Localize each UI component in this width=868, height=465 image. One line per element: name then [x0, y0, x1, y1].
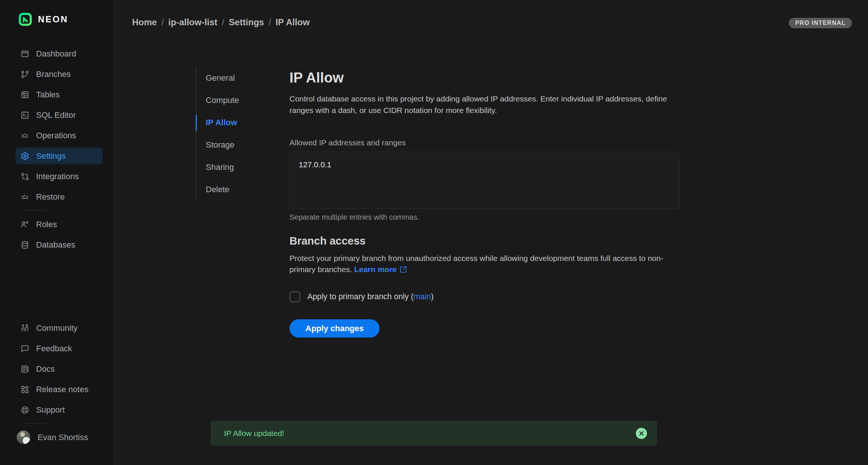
sidebar-item-dashboard[interactable]: Dashboard	[16, 45, 103, 62]
sidebar-item-settings[interactable]: Settings	[16, 148, 103, 164]
sidebar-item-label: Tables	[36, 90, 60, 100]
user-name: Evan Shortiss	[38, 433, 88, 442]
primary-branch-checkbox[interactable]	[289, 291, 300, 302]
sidebar-item-tables[interactable]: Tables	[16, 86, 103, 103]
primary-branch-checkbox-row: Apply to primary branch only (main)	[289, 291, 680, 302]
sidebar-item-label: Databases	[36, 240, 75, 250]
subnav-item-sharing[interactable]: Sharing	[196, 156, 250, 178]
user-menu[interactable]: Evan Shortiss	[16, 429, 103, 446]
restore-checklist-icon	[20, 193, 29, 201]
breadcrumb-separator: /	[269, 17, 271, 28]
sidebar-footer-nav: Community Feedback Docs	[0, 320, 114, 446]
sidebar-item-label: SQL Editor	[36, 110, 76, 120]
sidebar-item-feedback[interactable]: Feedback	[16, 340, 103, 357]
git-branch-icon	[20, 70, 29, 79]
subnav-item-compute[interactable]: Compute	[196, 89, 250, 112]
sidebar-divider	[20, 210, 47, 211]
sidebar-item-branches[interactable]: Branches	[16, 66, 103, 83]
page-intro: Control database access in this project …	[289, 93, 680, 116]
sidebar-item-label: Release notes	[36, 385, 89, 394]
apply-changes-button[interactable]: Apply changes	[289, 319, 379, 338]
sidebar-primary-nav: Dashboard Branches Tables	[0, 45, 114, 257]
toast-close-button[interactable]	[636, 428, 647, 439]
sidebar-item-integrations[interactable]: Integrations	[16, 168, 103, 185]
breadcrumb-separator: /	[161, 17, 164, 28]
ip-addresses-textarea[interactable]: 127.0.0.1	[289, 152, 680, 209]
ip-field-helper: Separate multiple entries with commas.	[289, 213, 680, 222]
document-icon	[20, 365, 29, 374]
plan-badge: PRO INTERNAL	[789, 18, 852, 28]
sidebar-item-docs[interactable]: Docs	[16, 361, 103, 377]
users-icon	[20, 220, 29, 229]
message-bubble-icon	[20, 344, 29, 353]
sidebar-item-label: Dashboard	[36, 49, 76, 59]
sidebar-item-label: Feedback	[36, 344, 72, 353]
breadcrumb-project[interactable]: ip-allow-list	[168, 17, 217, 28]
sidebar-divider	[20, 423, 47, 424]
subnav-item-general[interactable]: General	[196, 67, 250, 89]
toast-message: IP Allow updated!	[224, 429, 284, 438]
database-icon	[20, 240, 29, 249]
sidebar-item-label: Restore	[36, 192, 65, 202]
sidebar-item-release-notes[interactable]: Release notes	[16, 381, 103, 398]
breadcrumb-settings[interactable]: Settings	[229, 17, 264, 28]
sidebar-item-sql-editor[interactable]: SQL Editor	[16, 107, 103, 123]
sidebar-item-label: Integrations	[36, 172, 79, 181]
subnav-item-storage[interactable]: Storage	[196, 134, 250, 156]
external-link-icon	[400, 266, 407, 273]
life-buoy-icon	[20, 406, 29, 414]
breadcrumb-separator: /	[222, 17, 224, 28]
top-bar: Home / ip-allow-list / Settings / IP All…	[114, 0, 868, 45]
sidebar-item-label: Operations	[36, 131, 76, 141]
close-icon	[639, 431, 644, 436]
breadcrumb-ip-allow[interactable]: IP Allow	[275, 17, 310, 28]
settings-subnav: General Compute IP Allow Storage Sharing…	[196, 67, 250, 201]
ip-field-label: Allowed IP addresses and ranges	[289, 138, 680, 147]
sidebar-item-community[interactable]: Community	[16, 320, 103, 336]
primary-branch-checkbox-label: Apply to primary branch only (main)	[307, 292, 433, 301]
sidebar-item-label: Branches	[36, 70, 71, 79]
dashboard-icon	[20, 49, 29, 58]
ip-allow-panel: IP Allow Control database access in this…	[289, 70, 680, 338]
git-compare-icon	[20, 172, 29, 181]
subnav-item-delete[interactable]: Delete	[196, 178, 250, 201]
sidebar-item-label: Settings	[36, 151, 66, 161]
sidebar-item-label: Docs	[36, 364, 55, 374]
checklist-icon	[20, 131, 29, 140]
avatar	[17, 430, 31, 444]
branch-access-title: Branch access	[289, 235, 680, 247]
release-notes-icon	[20, 385, 29, 394]
subnav-item-ip-allow[interactable]: IP Allow	[196, 112, 250, 134]
page-title: IP Allow	[289, 70, 680, 86]
community-icon	[20, 324, 29, 333]
success-toast: IP Allow updated!	[211, 421, 657, 446]
learn-more-link[interactable]: Learn more	[354, 265, 407, 274]
table-icon	[20, 90, 29, 99]
neon-logo[interactable]: NEON	[19, 13, 68, 26]
terminal-icon	[20, 111, 29, 120]
breadcrumb-home[interactable]: Home	[132, 17, 157, 28]
sidebar-item-operations[interactable]: Operations	[16, 127, 103, 144]
sidebar-item-label: Roles	[36, 220, 57, 229]
sidebar-item-databases[interactable]: Databases	[16, 236, 103, 253]
brand-name: NEON	[38, 14, 68, 25]
gear-icon	[20, 152, 29, 161]
neon-logo-icon	[19, 13, 32, 26]
branch-access-description: Protect your primary branch from unautho…	[289, 253, 680, 275]
breadcrumb: Home / ip-allow-list / Settings / IP All…	[132, 0, 310, 45]
sidebar-item-roles[interactable]: Roles	[16, 216, 103, 233]
sidebar-item-label: Support	[36, 405, 65, 415]
sidebar-item-label: Community	[36, 323, 77, 333]
sidebar-item-restore[interactable]: Restore	[16, 188, 103, 205]
sidebar-item-support[interactable]: Support	[16, 401, 103, 418]
sidebar: NEON Dashboard Branches	[0, 0, 114, 465]
main-branch-link[interactable]: main	[414, 292, 431, 301]
